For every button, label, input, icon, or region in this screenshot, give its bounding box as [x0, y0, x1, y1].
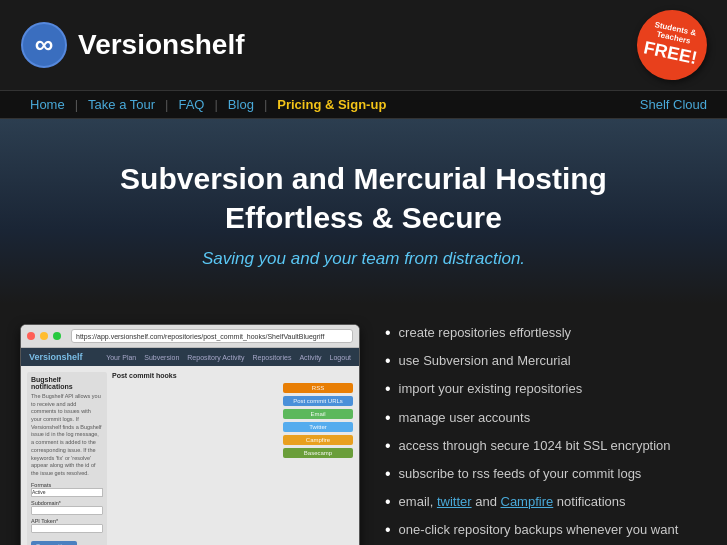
dot-red — [27, 332, 35, 340]
browser-mock: https://app.versionshelf.com/repositorie… — [20, 324, 360, 545]
nav-blog[interactable]: Blog — [218, 97, 264, 112]
app-sidebar-apitoken: API Token* — [31, 518, 103, 533]
feature-item: • email, twitter and Campfire notificati… — [385, 493, 707, 511]
feature-text: email, twitter and Campfire notification… — [399, 493, 626, 511]
screenshot-container: https://app.versionshelf.com/repositorie… — [20, 324, 360, 545]
svg-text:∞: ∞ — [35, 29, 54, 59]
nav-home[interactable]: Home — [20, 97, 75, 112]
twitter-link[interactable]: twitter — [437, 494, 472, 509]
nav-faq[interactable]: FAQ — [168, 97, 214, 112]
app-nav-mock: Your Plan Subversion Repository Activity… — [106, 354, 351, 361]
browser-body: Versionshelf Your Plan Subversion Reposi… — [21, 348, 359, 545]
app-sidebar-title: Bugshelf notifications — [31, 376, 103, 390]
feature-text: access through secure 1024 bit SSL encry… — [399, 437, 671, 455]
app-sidebar-subdomain: Subdomain* — [31, 500, 103, 515]
app-sidebar-formats: Formats Active — [31, 482, 103, 497]
save-settings-btn: Save settings — [31, 541, 77, 545]
hero-title-line1: Subversion and Mercurial Hosting — [120, 162, 607, 195]
nav-links: Home | Take a Tour | FAQ | Blog | Pricin… — [20, 97, 396, 112]
browser-url: https://app.versionshelf.com/repositorie… — [71, 329, 353, 343]
header: ∞ Versionshelf Students & Teachers FREE! — [0, 0, 727, 90]
logo-icon: ∞ — [20, 21, 68, 69]
twitter-btn: Twitter — [283, 422, 353, 432]
feature-text: subscribe to rss feeds of your commit lo… — [399, 465, 642, 483]
hero-section: Subversion and Mercurial Hosting Effortl… — [0, 119, 727, 304]
app-button-group: RSS Post commit URLs Email Twitter Campf… — [112, 383, 353, 458]
bullet-icon: • — [385, 381, 391, 397]
hero-subtitle: Saving you and your team from distractio… — [20, 249, 707, 269]
feature-text: manage user accounts — [399, 409, 531, 427]
app-header-mock: Versionshelf Your Plan Subversion Reposi… — [21, 348, 359, 366]
free-badge: Students & Teachers FREE! — [630, 3, 713, 86]
bullet-icon: • — [385, 325, 391, 341]
feature-item: • one-click repository backups whenever … — [385, 521, 707, 539]
bullet-icon: • — [385, 494, 391, 510]
nav-pricing[interactable]: Pricing & Sign-up — [267, 97, 396, 112]
email-btn: Email — [283, 409, 353, 419]
feature-text: use Subversion and Mercurial — [399, 352, 571, 370]
browser-toolbar: https://app.versionshelf.com/repositorie… — [21, 325, 359, 348]
bullet-icon: • — [385, 438, 391, 454]
app-sidebar-mock: Bugshelf notifications The Bugshelf API … — [27, 372, 107, 545]
bullet-icon: • — [385, 522, 391, 538]
logo-text: Versionshelf — [78, 29, 245, 61]
post-commit-urls-btn: Post commit URLs — [283, 396, 353, 406]
hero-title-line2: Effortless & Secure — [225, 201, 502, 234]
app-sidebar-description: The Bugshelf API allows you to receive a… — [31, 393, 103, 478]
basecamp-btn: Basecamp — [283, 448, 353, 458]
app-logo-mock: Versionshelf — [29, 352, 83, 362]
rss-btn: RSS — [283, 383, 353, 393]
campfire-btn: Campfire — [283, 435, 353, 445]
feature-item: • use Subversion and Mercurial — [385, 352, 707, 370]
campfire-link[interactable]: Campfire — [501, 494, 554, 509]
app-content-mock: Bugshelf notifications The Bugshelf API … — [21, 366, 359, 545]
bullet-icon: • — [385, 353, 391, 369]
bullet-icon: • — [385, 410, 391, 426]
feature-item: • import your existing repositories — [385, 380, 707, 398]
post-commit-title: Post commit hooks — [112, 372, 353, 379]
feature-item: • create repositories effortlessly — [385, 324, 707, 342]
main-content: https://app.versionshelf.com/repositorie… — [0, 304, 727, 545]
feature-item: • access through secure 1024 bit SSL enc… — [385, 437, 707, 455]
bullet-icon: • — [385, 466, 391, 482]
feature-item: • manage user accounts — [385, 409, 707, 427]
nav-take-tour[interactable]: Take a Tour — [78, 97, 165, 112]
feature-item: • subscribe to rss feeds of your commit … — [385, 465, 707, 483]
feature-text: one-click repository backups whenever yo… — [399, 521, 679, 539]
nav-bar: Home | Take a Tour | FAQ | Blog | Pricin… — [0, 90, 727, 119]
dot-yellow — [40, 332, 48, 340]
dot-green — [53, 332, 61, 340]
feature-text: import your existing repositories — [399, 380, 583, 398]
nav-shelf-cloud[interactable]: Shelf Cloud — [640, 97, 707, 112]
app-main-mock: Post commit hooks RSS Post commit URLs E… — [112, 372, 353, 545]
feature-list: • create repositories effortlessly • use… — [385, 324, 707, 545]
feature-text: create repositories effortlessly — [399, 324, 571, 342]
hero-title: Subversion and Mercurial Hosting Effortl… — [20, 159, 707, 237]
logo-area: ∞ Versionshelf — [20, 21, 245, 69]
